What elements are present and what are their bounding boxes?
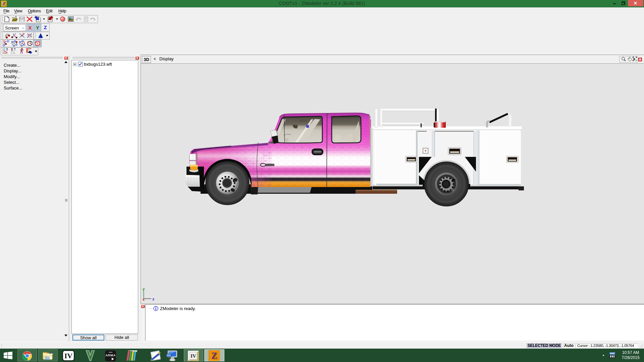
svg-text:z: z [152, 297, 155, 301]
svg-text:IV: IV [191, 353, 196, 359]
svg-text:y: y [143, 287, 145, 291]
svg-text:ARMA: ARMA [105, 353, 116, 357]
svg-text:Z: Z [212, 351, 218, 361]
svg-text:IV: IV [64, 352, 73, 360]
svg-text:x: x [143, 298, 145, 301]
svg-text:Z: Z [2, 1, 6, 6]
